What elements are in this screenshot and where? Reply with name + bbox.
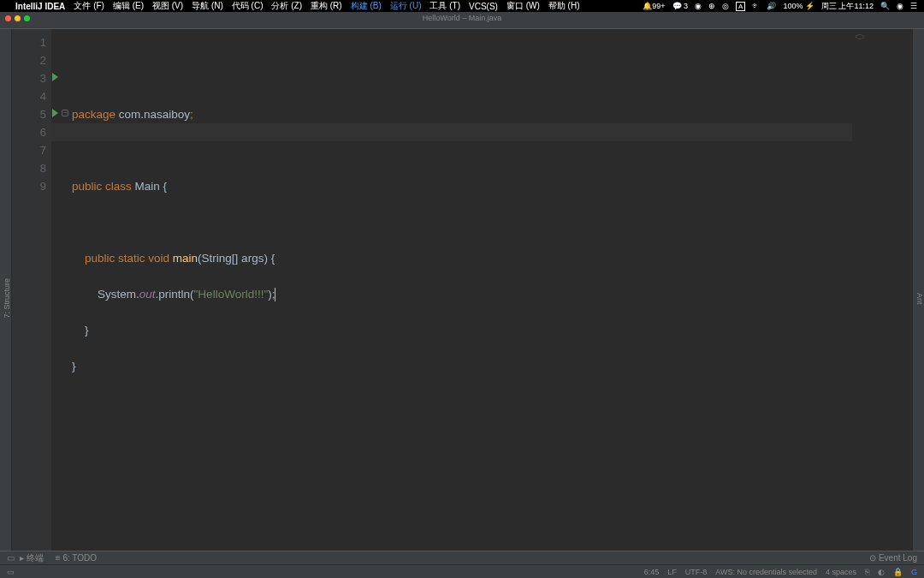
window-title: HelloWorld – Main.java <box>423 14 501 22</box>
menu-edit[interactable]: 编辑 (E) <box>113 0 144 12</box>
line-gutter[interactable]: 1 2 3 4 5− 6 7 8 9 <box>12 29 51 551</box>
tool-todo[interactable]: ≡ 6: TODO <box>56 553 97 563</box>
tool-terminal[interactable]: ▸ 终端 <box>20 552 44 564</box>
close-window-icon[interactable] <box>5 15 11 21</box>
line-number: 2 <box>12 51 46 69</box>
status-icon-1[interactable]: ⎘ <box>865 568 869 576</box>
menu-run[interactable]: 运行 (U) <box>390 0 422 12</box>
left-tool-stripe: 7: Structure 2: Favorites AWS Explorer <box>0 29 12 551</box>
bottom-tool-stripe: ▭ ▸ 终端 ≡ 6: TODO ⊙ Event Log <box>0 551 924 564</box>
event-log[interactable]: ⊙ Event Log <box>869 553 917 563</box>
battery-icon[interactable]: 100% ⚡ <box>783 2 814 10</box>
indent-status[interactable]: 4 spaces <box>826 568 856 576</box>
cursor-position[interactable]: 6:45 <box>644 568 660 576</box>
menubar-right: 🔔99+ 💬 3 ◉ ⊕ ◎ A ᯤ 🔊 100% ⚡ 周三 上午11:12 🔍… <box>643 1 917 12</box>
eye-icon <box>856 34 864 39</box>
line-number: 3 <box>12 69 46 87</box>
menu-file[interactable]: 文件 (F) <box>74 0 104 12</box>
menu-help[interactable]: 帮助 (H) <box>548 0 580 12</box>
window-titlebar: HelloWorld – Main.java <box>0 12 924 24</box>
editor[interactable]: 1 2 3 4 5− 6 7 8 9 package com.nasaiboy;… <box>12 29 912 551</box>
tool-structure[interactable]: 7: Structure <box>3 278 11 319</box>
minimize-window-icon[interactable] <box>15 15 21 21</box>
status-icon-g[interactable]: G <box>911 568 917 576</box>
maximize-window-icon[interactable] <box>24 15 30 21</box>
aws-status[interactable]: AWS: No credentials selected <box>715 568 817 576</box>
menu-navigate[interactable]: 导航 (N) <box>192 0 223 12</box>
wechat-icon[interactable]: 💬 3 <box>672 2 689 10</box>
line-number: 7 <box>12 141 46 159</box>
siri-icon[interactable]: ◉ <box>897 2 903 10</box>
line-number: 4 <box>12 87 46 105</box>
line-number: 9 <box>12 177 46 195</box>
control-center-icon[interactable]: ☰ <box>910 2 917 10</box>
menu-view[interactable]: 视图 (V) <box>152 0 183 12</box>
tray-icon-a[interactable]: A <box>736 2 745 11</box>
status-icon-2[interactable]: ◐ <box>878 568 885 576</box>
tray-icon-2[interactable]: ⊕ <box>708 2 715 10</box>
file-encoding[interactable]: UTF-8 <box>685 568 708 576</box>
wifi-icon[interactable]: ᯤ <box>752 2 760 10</box>
right-tool-stripe: Ant 数据库 Word Book <box>912 29 924 551</box>
app-name[interactable]: IntelliJ IDEA <box>15 2 65 11</box>
menu-refactor[interactable]: 重构 (R) <box>311 0 342 12</box>
menu-tools[interactable]: 工具 (T) <box>429 0 460 12</box>
text-cursor <box>275 288 275 301</box>
status-bar: ▭ 6:45 LF UTF-8 AWS: No credentials sele… <box>0 564 924 578</box>
menu-window[interactable]: 窗口 (W) <box>506 0 540 12</box>
volume-icon[interactable]: 🔊 <box>767 2 776 10</box>
line-number: 5− <box>12 105 46 123</box>
macos-menubar: IntelliJ IDEA 文件 (F) 编辑 (E) 视图 (V) 导航 (N… <box>0 0 924 12</box>
line-number: 1 <box>12 33 46 51</box>
menu-vcs[interactable]: VCS(S) <box>469 2 498 11</box>
line-number: 8 <box>12 159 46 177</box>
lock-icon[interactable]: 🔒 <box>893 568 903 576</box>
inspection-widget[interactable] <box>856 34 898 51</box>
line-number: 6 <box>12 123 46 141</box>
tool-window-icon[interactable]: ▭ <box>7 553 15 563</box>
clock[interactable]: 周三 上午11:12 <box>821 1 874 12</box>
line-separator[interactable]: LF <box>667 568 677 576</box>
main-area: 7: Structure 2: Favorites AWS Explorer 1… <box>0 29 924 551</box>
menu-code[interactable]: 代码 (C) <box>232 0 264 12</box>
notification-icon[interactable]: 🔔99+ <box>643 2 665 10</box>
tray-icon[interactable]: ◉ <box>695 2 702 10</box>
menu-analyze[interactable]: 分析 (Z) <box>271 0 302 12</box>
tray-icon-3[interactable]: ◎ <box>722 2 729 10</box>
status-message-icon[interactable]: ▭ <box>7 568 15 576</box>
code-area[interactable]: package com.nasaiboy; public class Main … <box>51 29 912 551</box>
tool-ant[interactable]: Ant <box>915 293 924 305</box>
search-icon[interactable]: 🔍 <box>880 2 890 10</box>
menu-build[interactable]: 构建 (B) <box>351 0 382 12</box>
